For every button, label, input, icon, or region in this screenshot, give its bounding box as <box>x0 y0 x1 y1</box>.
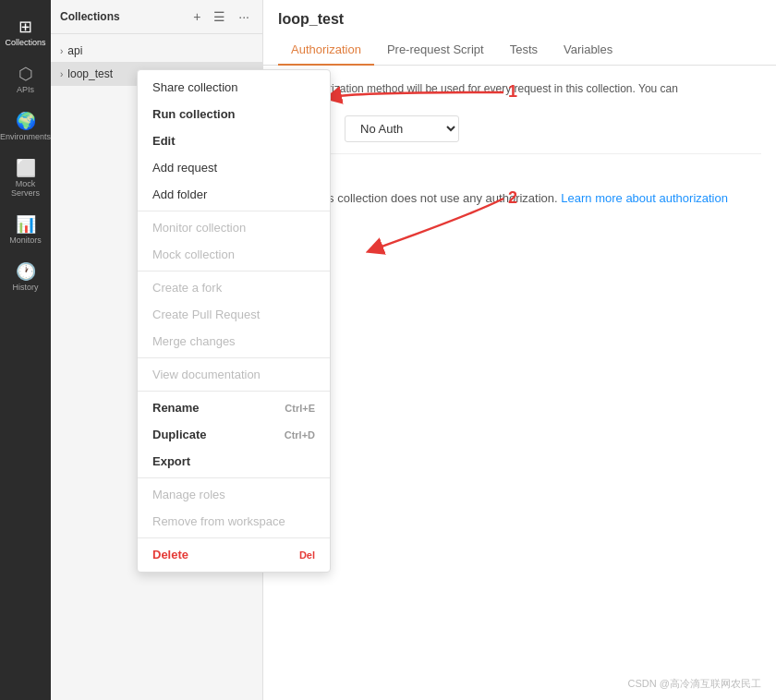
menu-item-add-folder[interactable]: Add folder <box>138 181 330 208</box>
sidebar-item-collections[interactable]: ⊞ Collections <box>0 9 51 56</box>
collections-header: Collections + ☰ ··· <box>51 0 262 34</box>
menu-item-run-collection[interactable]: Run collection <box>138 101 330 127</box>
menu-label-delete: Delete <box>152 548 188 561</box>
main-body: The authorization method will be used fo… <box>263 66 776 700</box>
menu-item-share-collection[interactable]: Share collection <box>138 74 330 101</box>
menu-item-rename[interactable]: Rename Ctrl+E <box>138 394 330 421</box>
menu-item-duplicate[interactable]: Duplicate Ctrl+D <box>138 421 330 448</box>
authorization-info-text: The authorization method will be used fo… <box>278 80 761 97</box>
menu-label-manage-roles: Manage roles <box>152 488 225 501</box>
menu-label-view-documentation: View documentation <box>152 368 261 381</box>
menu-item-merge-changes: Merge changes <box>138 328 330 355</box>
menu-label-export: Export <box>152 454 190 468</box>
type-dropdown[interactable]: No Auth API Key Bearer Token Basic Auth … <box>345 115 459 142</box>
monitors-icon: 📊 <box>16 216 36 233</box>
sidebar-label-apis: APIs <box>17 85 34 94</box>
menu-label-duplicate: Duplicate <box>152 428 207 441</box>
menu-item-mock-collection: Mock collection <box>138 241 330 268</box>
api-tree-arrow: › <box>60 46 63 56</box>
environments-icon: 🌍 <box>16 113 36 129</box>
sidebar-item-history[interactable]: 🕐 History <box>0 254 51 301</box>
no-auth-text: This collection does not use any authori… <box>311 191 558 205</box>
menu-label-add-folder: Add folder <box>152 187 207 201</box>
apis-icon: ⬡ <box>18 66 33 82</box>
menu-label-run-collection: Run collection <box>152 107 236 121</box>
tab-tests[interactable]: Tests <box>497 35 551 66</box>
menu-item-create-fork: Create a fork <box>138 274 330 301</box>
context-menu: Share collection Run collection Edit Add… <box>137 69 331 573</box>
sidebar-label-mock-servers: Mock Servers <box>5 179 46 198</box>
sidebar-item-mock-servers[interactable]: ⬜ Mock Servers <box>0 151 51 207</box>
sidebar-item-apis[interactable]: ⬡ APIs <box>0 56 51 103</box>
menu-item-create-pull-request: Create Pull Request <box>138 301 330 328</box>
menu-item-monitor-collection: Monitor collection <box>138 214 330 241</box>
menu-separator-3 <box>138 357 330 358</box>
history-icon: 🕐 <box>16 263 36 280</box>
tab-variables[interactable]: Variables <box>551 35 625 66</box>
add-collection-button[interactable]: + <box>189 7 204 26</box>
main-header: loop_test Authorization Pre-request Scri… <box>263 0 776 66</box>
menu-item-remove-from-workspace: Remove from workspace <box>138 508 330 535</box>
menu-label-create-fork: Create a fork <box>152 281 222 295</box>
menu-label-share-collection: Share collection <box>152 80 238 94</box>
menu-label-create-pull-request: Create Pull Request <box>152 308 260 321</box>
menu-label-mock-collection: Mock collection <box>152 247 235 261</box>
sidebar-item-environments[interactable]: 🌍 Environments <box>0 103 51 151</box>
sidebar-label-environments: Environments <box>0 132 51 141</box>
collections-more-button[interactable]: ··· <box>235 7 253 26</box>
menu-separator-5 <box>138 477 330 478</box>
api-tree-name: api <box>67 44 253 57</box>
menu-item-delete[interactable]: Delete Del <box>138 541 330 568</box>
menu-separator-1 <box>138 211 330 211</box>
rename-shortcut: Ctrl+E <box>285 403 315 414</box>
type-row: Type No Auth API Key Bearer Token Basic … <box>278 115 761 154</box>
menu-label-remove-from-workspace: Remove from workspace <box>152 514 285 528</box>
mock-servers-icon: ⬜ <box>16 160 36 176</box>
duplicate-shortcut: Ctrl+D <box>285 429 315 441</box>
learn-more-link[interactable]: Learn more about authorization <box>561 191 728 205</box>
filter-collections-button[interactable]: ☰ <box>210 7 229 26</box>
menu-separator-6 <box>138 537 330 538</box>
tab-pre-request-script[interactable]: Pre-request Script <box>374 35 497 66</box>
menu-item-add-request[interactable]: Add request <box>138 154 330 181</box>
menu-label-add-request: Add request <box>152 161 217 175</box>
delete-shortcut: Del <box>299 549 315 561</box>
collections-panel-title: Collections <box>60 10 184 23</box>
watermark: CSDN @高冷滴互联网农民工 <box>628 677 761 691</box>
menu-label-rename: Rename <box>152 401 200 415</box>
sidebar-label-monitors: Monitors <box>9 235 42 245</box>
tree-item-api[interactable]: › api <box>51 40 262 62</box>
tab-authorization[interactable]: Authorization <box>278 35 374 66</box>
sidebar-label-collections: Collections <box>5 38 45 47</box>
sidebar-label-history: History <box>12 283 38 292</box>
menu-item-view-documentation: View documentation <box>138 361 330 388</box>
menu-separator-2 <box>138 271 330 272</box>
menu-item-manage-roles: Manage roles <box>138 481 330 508</box>
collections-icon: ⊞ <box>18 18 32 35</box>
tabs-bar: Authorization Pre-request Script Tests V… <box>278 35 761 65</box>
menu-label-merge-changes: Merge changes <box>152 334 236 348</box>
collection-name-title: loop_test <box>278 11 761 28</box>
loop-test-tree-arrow: › <box>60 69 63 79</box>
menu-label-edit: Edit <box>152 134 176 148</box>
menu-label-monitor-collection: Monitor collection <box>152 221 246 235</box>
menu-separator-4 <box>138 391 330 392</box>
menu-item-export[interactable]: Export <box>138 448 330 475</box>
main-content: loop_test Authorization Pre-request Scri… <box>263 0 776 700</box>
sidebar-item-monitors[interactable]: 📊 Monitors <box>0 207 51 254</box>
sidebar: ⊞ Collections ⬡ APIs 🌍 Environments ⬜ Mo… <box>0 0 51 700</box>
no-auth-message: This collection does not use any authori… <box>278 191 761 205</box>
menu-item-edit[interactable]: Edit <box>138 127 330 154</box>
